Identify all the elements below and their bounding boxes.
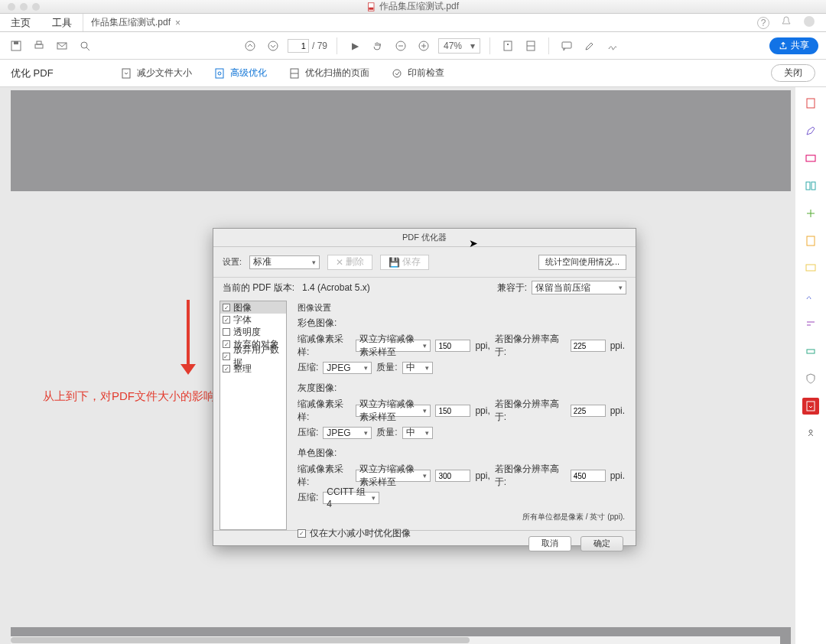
svg-rect-6	[37, 41, 41, 44]
rail-redact-icon[interactable]	[802, 315, 819, 332]
svg-point-37	[809, 430, 812, 433]
close-subtool-button[interactable]: 关闭	[771, 64, 815, 82]
gray-compress-select[interactable]: JPEG▾	[323, 427, 372, 439]
mono-above-input[interactable]	[571, 470, 606, 482]
svg-rect-22	[216, 69, 223, 78]
rail-print-icon[interactable]	[802, 343, 819, 359]
color-downsample-label: 缩减像素采样:	[298, 333, 351, 359]
fit-page-icon[interactable]	[499, 37, 516, 54]
rail-comment-icon[interactable]	[802, 260, 819, 277]
optimizer-category-list: ✓图像 ✓字体 透明度 ✓放弃的对象 ✓放弃用户数据 ✓整理	[220, 301, 287, 530]
svg-rect-32	[806, 265, 815, 271]
sub-item-preflight[interactable]: 印前检查	[391, 67, 444, 80]
comment-icon[interactable]	[558, 37, 575, 54]
ppi-unit: ppi,	[475, 340, 489, 351]
rail-organize-icon[interactable]	[802, 177, 819, 194]
svg-rect-35	[807, 350, 815, 353]
workspace: 从上到下，对PDF文件大小的影响逐渐变小 PDF 优化器 设置: 标准▾ ✕删除…	[0, 87, 826, 644]
svg-rect-27	[807, 99, 815, 108]
help-icon[interactable]: ?	[757, 17, 769, 29]
units-note: 所有单位都是像素 / 英寸 (ppi).	[298, 512, 625, 522]
sidebar-item-fonts[interactable]: ✓字体	[220, 314, 286, 326]
print-icon[interactable]	[31, 37, 47, 54]
rail-compress-icon[interactable]	[802, 233, 819, 249]
gray-above-input[interactable]	[571, 405, 606, 417]
page-title: 优化 PDF	[0, 67, 54, 80]
page-up-icon[interactable]	[242, 37, 259, 54]
svg-rect-20	[562, 42, 571, 48]
stats-button[interactable]: 统计空间使用情况...	[538, 255, 626, 270]
rail-create-pdf-icon[interactable]	[802, 95, 819, 112]
hand-icon[interactable]	[369, 37, 386, 54]
color-ppi-input[interactable]	[435, 340, 470, 352]
svg-point-26	[393, 70, 401, 77]
preset-select[interactable]: 标准▾	[249, 255, 320, 269]
avatar-icon[interactable]	[803, 15, 815, 30]
cancel-button[interactable]: 取消	[528, 536, 571, 551]
sidebar-item-discard-user[interactable]: ✓放弃用户数据	[220, 350, 286, 363]
mono-ppi-input[interactable]	[435, 470, 470, 482]
only-reduce-checkbox[interactable]: ✓仅在大小减小时优化图像	[298, 527, 625, 540]
page-down-icon[interactable]	[265, 37, 281, 54]
sub-item-advanced[interactable]: 高级优化	[213, 67, 267, 80]
rail-combine-icon[interactable]	[802, 205, 819, 222]
ok-button[interactable]: 确定	[580, 536, 623, 551]
color-images-label: 彩色图像:	[298, 317, 625, 330]
color-downsample-select[interactable]: 双立方缩减像素采样至▾	[356, 340, 431, 352]
rail-export-icon[interactable]	[802, 150, 819, 167]
gray-quality-select[interactable]: 中▾	[402, 427, 433, 439]
document-tab[interactable]: 作品集压缩测试.pdf ×	[83, 14, 188, 31]
dialog-title: PDF 优化器	[213, 229, 636, 247]
save-icon[interactable]	[8, 37, 24, 54]
h-scrollbar[interactable]	[11, 636, 780, 644]
bell-icon[interactable]	[780, 15, 792, 30]
gray-compress-label: 压缩:	[298, 426, 318, 439]
save-preset-button: 💾保存	[380, 255, 429, 270]
pointer-icon[interactable]: ▶	[346, 37, 363, 54]
close-tab-icon[interactable]: ×	[175, 18, 180, 28]
share-button[interactable]: 共享	[769, 37, 818, 54]
rail-fill-sign-icon[interactable]	[802, 288, 819, 304]
page-total: / 79	[312, 41, 327, 51]
sub-toolbar: 优化 PDF 减少文件大小 高级优化 优化扫描的页面 印前检查 关闭	[0, 60, 826, 87]
rail-optimize-icon[interactable]	[802, 398, 819, 415]
pdf-version-label: 当前的 PDF 版本:	[223, 281, 294, 294]
menu-home[interactable]: 主页	[0, 14, 41, 31]
search-icon[interactable]	[76, 37, 93, 54]
mono-downsample-select[interactable]: 双立方缩减像素采样至▾	[356, 470, 431, 482]
mail-icon[interactable]	[54, 37, 70, 54]
image-settings-heading: 图像设置	[298, 302, 625, 314]
right-rail	[795, 87, 826, 644]
fit-width-icon[interactable]	[522, 37, 539, 54]
color-compress-select[interactable]: JPEG▾	[323, 362, 372, 374]
color-above-input[interactable]	[571, 340, 606, 352]
sub-item-reduce[interactable]: 减少文件大小	[120, 67, 192, 80]
color-compress-label: 压缩:	[298, 361, 318, 374]
menu-tools[interactable]: 工具	[41, 14, 83, 31]
svg-rect-30	[811, 182, 815, 190]
delete-preset-button: ✕删除	[327, 255, 372, 270]
ppi-unit3: ppi,	[475, 405, 489, 416]
zoom-in-icon[interactable]	[415, 37, 432, 54]
rail-protect-icon[interactable]	[802, 370, 819, 387]
sidebar-item-transparency[interactable]: 透明度	[220, 326, 286, 338]
rail-edit-pdf-icon[interactable]	[802, 122, 819, 139]
sign-icon[interactable]	[604, 37, 621, 54]
svg-line-9	[86, 47, 89, 50]
color-above-label: 若图像分辨率高于:	[495, 333, 566, 359]
sidebar-item-images[interactable]: ✓图像	[220, 301, 286, 314]
gray-ppi-input[interactable]	[435, 405, 470, 417]
sub-item-scan[interactable]: 优化扫描的页面	[288, 67, 369, 80]
page-number-input[interactable]	[288, 39, 309, 53]
main-toolbar: / 79 ▶ 47%▾ 共享	[0, 32, 826, 60]
mono-compress-select[interactable]: CCITT 组 4▾	[323, 492, 379, 504]
svg-rect-5	[35, 44, 43, 48]
zoom-out-icon[interactable]	[392, 37, 409, 54]
gray-downsample-select[interactable]: 双立方缩减像素采样至▾	[356, 405, 431, 417]
rail-more-icon[interactable]	[802, 425, 819, 442]
compat-select[interactable]: 保留当前压缩▾	[532, 281, 626, 294]
color-quality-select[interactable]: 中▾	[402, 362, 433, 374]
svg-point-23	[218, 72, 221, 75]
highlight-icon[interactable]	[581, 37, 598, 54]
zoom-select[interactable]: 47%▾	[438, 38, 480, 54]
